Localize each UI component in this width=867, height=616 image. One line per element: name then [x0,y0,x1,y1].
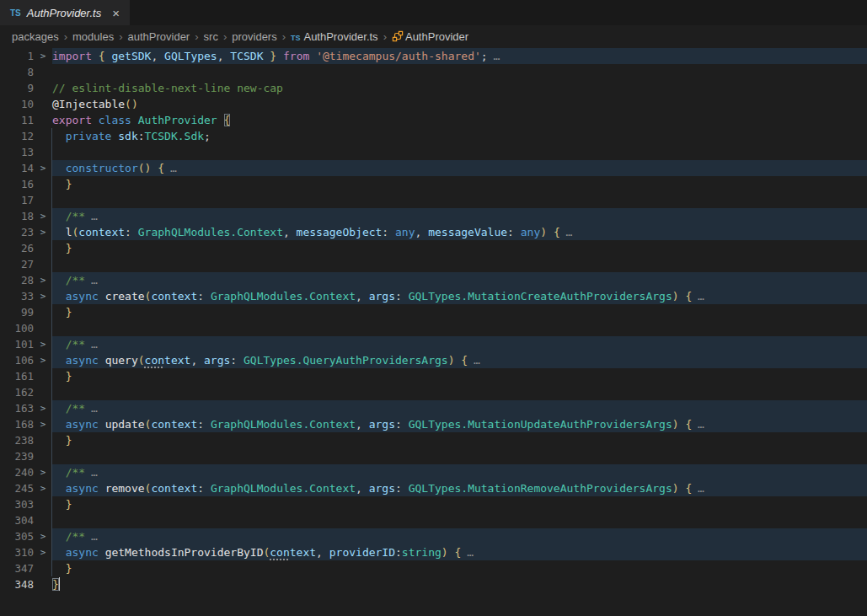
code-text[interactable]: } [52,496,867,512]
code-line[interactable]: 238 } [0,432,867,448]
fold-chevron-icon[interactable]: > [34,48,52,64]
code-text[interactable]: l(context: GraphQLModules.Context, messa… [52,224,867,240]
code-text[interactable]: /** … [52,400,867,416]
fold-chevron-icon[interactable]: > [34,464,52,480]
code-line[interactable]: 13 [0,144,867,160]
code-text[interactable]: } [52,576,867,592]
code-text[interactable] [52,320,867,336]
code-text[interactable]: async query(context, args: GQLTypes.Quer… [52,352,867,368]
code-text[interactable]: // eslint-disable-next-line new-cap [52,80,867,96]
code-line[interactable]: 1>import { getSDK, GQLTypes, TCSDK } fro… [0,48,867,64]
code-line[interactable]: 33> async create(context: GraphQLModules… [0,288,867,304]
code-text[interactable]: /** … [52,528,867,544]
fold-chevron-icon[interactable]: > [34,352,52,368]
code-text[interactable]: } [52,368,867,384]
code-line[interactable]: 347 } [0,560,867,576]
code-line[interactable]: 303 } [0,496,867,512]
line-number: 240 [0,464,34,480]
code-line[interactable]: 168> async update(context: GraphQLModule… [0,416,867,432]
code-line[interactable]: 8 [0,64,867,80]
line-number: 161 [0,368,34,384]
chevron-right-icon: › [193,30,200,43]
gutter: 106> [0,352,52,368]
code-text[interactable]: } [52,432,867,448]
code-line[interactable]: 11export class AuthProvider { [0,112,867,128]
code-text[interactable] [52,384,867,400]
code-line[interactable]: 23> l(context: GraphQLModules.Context, m… [0,224,867,240]
code-text[interactable]: /** … [52,464,867,480]
code-text[interactable]: /** … [52,208,867,224]
code-line[interactable]: 305> /** … [0,528,867,544]
code-text[interactable]: /** … [52,272,867,288]
code-line[interactable]: 18> /** … [0,208,867,224]
fold-chevron-icon[interactable]: > [34,224,52,240]
breadcrumb-symbol[interactable]: AuthProvider [392,30,468,43]
code-line[interactable]: 101> /** … [0,336,867,352]
code-line[interactable]: 99 } [0,304,867,320]
code-text[interactable]: } [52,176,867,192]
code-text[interactable]: } [52,240,867,256]
fold-chevron-icon[interactable]: > [34,272,52,288]
fold-chevron-icon[interactable]: > [34,160,52,176]
fold-chevron-icon[interactable]: > [34,208,52,224]
code-text[interactable] [52,256,867,272]
code-line[interactable]: 9// eslint-disable-next-line new-cap [0,80,867,96]
breadcrumb-file[interactable]: TS AuthProvider.ts [291,30,378,43]
code-text[interactable]: async getMethodsInProviderByID(context, … [52,544,867,560]
line-number: 239 [0,448,34,464]
code-line[interactable]: 14> constructor() { … [0,160,867,176]
code-line[interactable]: 17 [0,192,867,208]
fold-chevron-icon[interactable]: > [34,544,52,560]
code-text[interactable]: private sdk:TCSDK.Sdk; [52,128,867,144]
code-text[interactable] [52,512,867,528]
code-text[interactable]: } [52,560,867,576]
line-number: 348 [0,576,34,592]
code-line[interactable]: 10@Injectable() [0,96,867,112]
fold-chevron-icon[interactable]: > [34,528,52,544]
code-line[interactable]: 106> async query(context, args: GQLTypes… [0,352,867,368]
fold-chevron-icon[interactable]: > [34,400,52,416]
code-line[interactable]: 12 private sdk:TCSDK.Sdk; [0,128,867,144]
code-text[interactable] [52,144,867,160]
close-tab-icon[interactable]: × [112,7,120,19]
code-line[interactable]: 27 [0,256,867,272]
code-line[interactable]: 239 [0,448,867,464]
code-text[interactable]: async create(context: GraphQLModules.Con… [52,288,867,304]
code-text[interactable]: export class AuthProvider { [52,112,867,128]
code-text[interactable] [52,448,867,464]
code-editor[interactable]: 1>import { getSDK, GQLTypes, TCSDK } fro… [0,48,867,616]
code-text[interactable]: constructor() { … [52,160,867,176]
breadcrumb-item-packages[interactable]: packages [12,30,59,43]
fold-chevron-icon[interactable]: > [34,480,52,496]
breadcrumb-item-providers[interactable]: providers [232,30,276,43]
code-text[interactable]: async update(context: GraphQLModules.Con… [52,416,867,432]
code-text[interactable]: @Injectable() [52,96,867,112]
breadcrumb-item-authProvider[interactable]: authProvider [127,30,190,43]
code-line[interactable]: 245> async remove(context: GraphQLModule… [0,480,867,496]
code-line[interactable]: 310> async getMethodsInProviderByID(cont… [0,544,867,560]
fold-chevron-icon[interactable]: > [34,288,52,304]
breadcrumb-item-modules[interactable]: modules [72,30,114,43]
code-text[interactable]: import { getSDK, GQLTypes, TCSDK } from … [52,48,867,64]
code-line[interactable]: 304 [0,512,867,528]
code-line[interactable]: 163> /** … [0,400,867,416]
gutter: 18> [0,208,52,224]
code-text[interactable]: async remove(context: GraphQLModules.Con… [52,480,867,496]
tab-authprovider-ts[interactable]: TS AuthProvider.ts × [0,0,130,25]
code-line[interactable]: 161 } [0,368,867,384]
code-line[interactable]: 240> /** … [0,464,867,480]
fold-chevron-icon[interactable]: > [34,336,52,352]
breadcrumb-item-src[interactable]: src [204,30,218,43]
code-line[interactable]: 26 } [0,240,867,256]
code-line[interactable]: 100 [0,320,867,336]
code-text[interactable] [52,192,867,208]
fold-chevron-icon[interactable]: > [34,416,52,432]
code-text[interactable]: } [52,304,867,320]
code-text[interactable] [52,64,867,80]
code-line[interactable]: 348} [0,576,867,592]
code-text[interactable]: /** … [52,336,867,352]
code-line[interactable]: 16 } [0,176,867,192]
fold-spacer [34,368,52,384]
code-line[interactable]: 162 [0,384,867,400]
code-line[interactable]: 28> /** … [0,272,867,288]
